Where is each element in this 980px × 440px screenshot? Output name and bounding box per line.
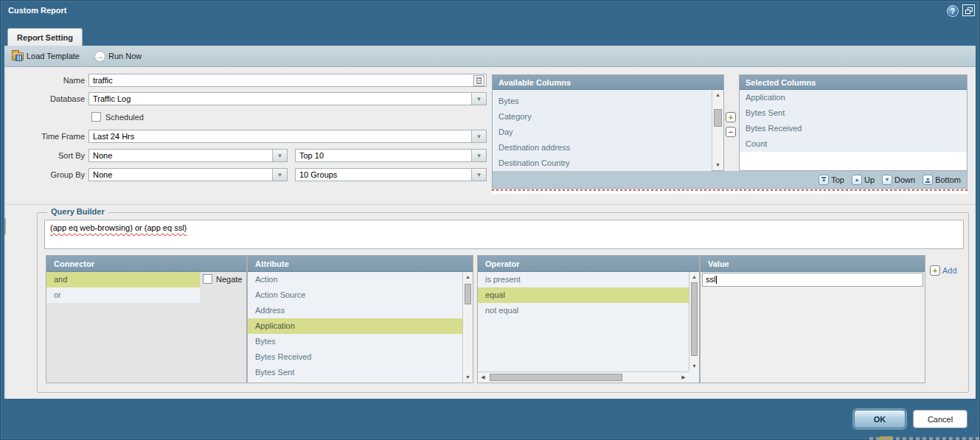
- sort-limit-select[interactable]: Top 10 ▼: [295, 149, 487, 162]
- available-column-item[interactable]: Destination address: [493, 140, 712, 156]
- move-top-button[interactable]: ▲ Top: [819, 175, 844, 185]
- move-top-label: Top: [831, 175, 844, 184]
- tab-report-setting[interactable]: Report Setting: [7, 28, 83, 46]
- operator-item[interactable]: equal: [478, 287, 689, 303]
- scroll-down-icon[interactable]: ▼: [712, 160, 723, 170]
- column-order-bar: ▲ Top ▲ Up ▼ Down ▼ Bottom: [492, 171, 967, 189]
- add-label: Add: [942, 266, 957, 275]
- group-by-dropdown-icon[interactable]: ▼: [272, 169, 287, 181]
- database-dropdown-icon[interactable]: ▼: [471, 93, 486, 105]
- splitter-grip[interactable]: [4, 218, 6, 234]
- background-page-sliver: [869, 437, 980, 440]
- selected-column-item[interactable]: Bytes Received: [740, 121, 967, 136]
- database-select[interactable]: Traffic Log ▼: [88, 92, 487, 105]
- scroll-down-icon[interactable]: ▼: [689, 361, 699, 371]
- cancel-button[interactable]: Cancel: [913, 410, 967, 428]
- sort-by-dropdown-icon[interactable]: ▼: [272, 150, 287, 161]
- connector-item-and[interactable]: and: [46, 272, 200, 287]
- group-count-value: 10 Groups: [299, 170, 337, 179]
- scroll-up-icon[interactable]: ▲: [463, 272, 473, 282]
- attribute-header: Attribute: [248, 256, 473, 272]
- dialog-title: Custom Report: [8, 6, 66, 15]
- ok-button[interactable]: OK: [854, 410, 906, 428]
- load-template-button[interactable]: Load Template: [4, 46, 87, 66]
- scroll-down-icon[interactable]: ▼: [463, 372, 473, 383]
- text-entry-icon[interactable]: [473, 75, 484, 86]
- sort-limit-dropdown-icon[interactable]: ▼: [471, 150, 486, 161]
- ok-label: OK: [874, 415, 886, 424]
- available-column-item[interactable]: Day: [493, 125, 712, 140]
- value-panel: Value ssl: [700, 255, 925, 383]
- selected-column-item[interactable]: Application: [740, 90, 967, 105]
- move-up-label: Up: [864, 175, 875, 184]
- connector-item-or[interactable]: or: [46, 287, 200, 303]
- value-text: ssl: [706, 275, 715, 284]
- query-textarea[interactable]: (app eq web-browsing) or (app eq ssl): [44, 220, 964, 249]
- scroll-up-icon[interactable]: ▲: [689, 272, 699, 282]
- name-label: Name: [6, 76, 85, 85]
- operator-item[interactable]: not equal: [478, 303, 689, 318]
- attribute-scrollbar[interactable]: ▲ ▼: [462, 272, 473, 383]
- attribute-item[interactable]: Address: [248, 303, 462, 318]
- run-now-button[interactable]: → Run Now: [87, 46, 149, 66]
- value-body: ssl: [701, 272, 925, 383]
- available-column-item[interactable]: Destination Country: [493, 156, 712, 171]
- sort-by-select[interactable]: None ▼: [88, 149, 288, 162]
- group-by-select[interactable]: None ▼: [88, 168, 288, 181]
- time-frame-dropdown-icon[interactable]: ▼: [471, 130, 486, 142]
- time-frame-label: Time Frame: [6, 132, 85, 141]
- scroll-up-icon[interactable]: ▲: [712, 90, 723, 100]
- move-bottom-button[interactable]: ▼ Bottom: [922, 175, 961, 185]
- scroll-right-icon[interactable]: ▶: [678, 372, 689, 383]
- scrollbar-thumb[interactable]: [465, 284, 471, 304]
- attribute-item[interactable]: Action Source: [248, 287, 462, 303]
- restore-window-icon[interactable]: [962, 4, 975, 16]
- operator-hscrollbar[interactable]: ◀ ▶: [478, 371, 689, 383]
- text-caret: [716, 276, 717, 284]
- scroll-left-icon[interactable]: ◀: [478, 372, 488, 383]
- add-column-button[interactable]: +: [726, 112, 736, 122]
- attribute-item[interactable]: Action: [248, 272, 462, 287]
- operator-header: Operator: [478, 256, 699, 272]
- move-down-button[interactable]: ▼ Down: [882, 175, 915, 185]
- tab-label: Report Setting: [17, 33, 73, 42]
- negate-checkbox[interactable]: [203, 274, 212, 284]
- available-column-item[interactable]: Bytes: [493, 94, 712, 109]
- attribute-item[interactable]: Bytes Received: [248, 349, 462, 365]
- attribute-item[interactable]: Bytes Sent: [248, 365, 462, 380]
- available-column-item[interactable]: Category: [493, 109, 712, 125]
- query-builder-legend: Query Builder: [47, 207, 108, 216]
- attribute-panel: Attribute ActionAction SourceAddressAppl…: [247, 255, 473, 383]
- database-value: Traffic Log: [93, 94, 131, 103]
- run-arrow-icon: →: [94, 51, 105, 62]
- operator-vscrollbar[interactable]: ▲ ▼: [689, 272, 699, 371]
- attribute-item[interactable]: Application: [248, 318, 462, 334]
- scrollbar-thumb[interactable]: [490, 374, 622, 381]
- name-input[interactable]: traffic: [88, 74, 487, 87]
- toolbar: Load Template → Run Now: [4, 46, 976, 67]
- group-count-dropdown-icon[interactable]: ▼: [471, 169, 486, 181]
- move-up-button[interactable]: ▲ Up: [852, 175, 875, 185]
- group-count-select[interactable]: 10 Groups ▼: [295, 168, 487, 181]
- selected-columns-list: ApplicationBytes SentBytes ReceivedCount: [740, 90, 967, 152]
- remove-column-button[interactable]: −: [726, 127, 736, 137]
- operator-item[interactable]: is present: [478, 272, 689, 287]
- connector-panel: Connector and Negate or: [46, 255, 247, 383]
- group-by-value: None: [93, 170, 112, 179]
- help-icon[interactable]: ?: [947, 5, 959, 17]
- add-rule-button[interactable]: + Add: [930, 265, 957, 276]
- scrollbar-thumb[interactable]: [691, 282, 698, 356]
- available-columns-panel: Available Columns App Category BytesCate…: [492, 74, 724, 171]
- attribute-list: ActionAction SourceAddressApplicationByt…: [248, 272, 462, 380]
- value-input[interactable]: ssl: [702, 273, 923, 287]
- available-scrollbar[interactable]: ▲ ▼: [712, 90, 723, 170]
- scheduled-checkbox[interactable]: [91, 112, 101, 122]
- selected-column-item[interactable]: Bytes Sent: [740, 105, 967, 121]
- scrollbar-thumb[interactable]: [714, 109, 722, 127]
- time-frame-select[interactable]: Last 24 Hrs ▼: [88, 130, 487, 143]
- attribute-item[interactable]: Bytes: [248, 334, 462, 349]
- dialog-titlebar: Custom Report ?: [0, 0, 980, 22]
- selected-column-item[interactable]: Count: [740, 136, 967, 152]
- negate-label: Negate: [216, 275, 242, 284]
- selected-list-empty-area: [740, 152, 967, 170]
